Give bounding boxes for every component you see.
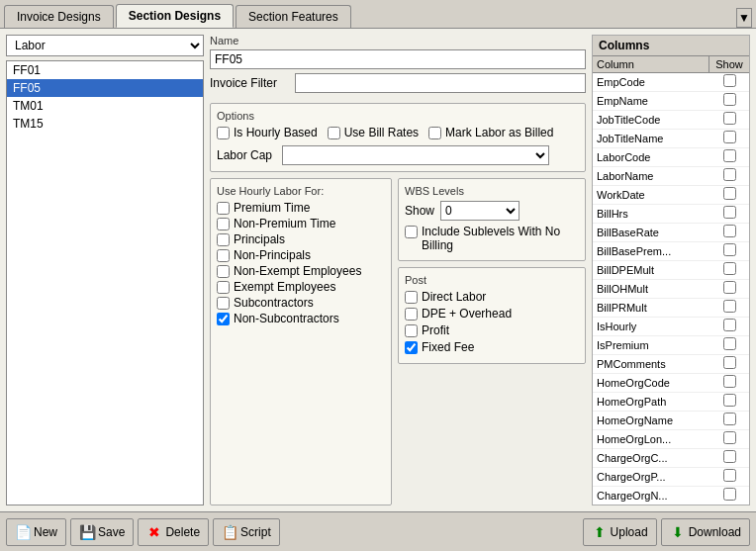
column-show-checkbox[interactable]: [723, 112, 736, 125]
post-item[interactable]: Direct Labor: [405, 290, 579, 304]
table-row: BillDPEMult: [593, 261, 749, 280]
column-show-cell: [709, 92, 749, 110]
list-item[interactable]: TM01: [7, 97, 203, 115]
labor-cap-select[interactable]: [282, 145, 549, 165]
column-show-cell: [709, 186, 749, 204]
post-checkbox[interactable]: [405, 341, 418, 354]
use-bill-rates-label[interactable]: Use Bill Rates: [328, 126, 419, 139]
column-show-checkbox[interactable]: [723, 131, 736, 143]
column-show-cell: [709, 412, 749, 429]
post-item[interactable]: DPE + Overhead: [405, 307, 579, 321]
hourly-labor-item[interactable]: Principals: [217, 232, 385, 246]
column-show-checkbox[interactable]: [723, 281, 736, 294]
hourly-labor-checkbox[interactable]: [217, 233, 230, 246]
column-name: BillBaseRate: [593, 225, 709, 240]
column-show-checkbox[interactable]: [723, 187, 736, 200]
hourly-labor-item[interactable]: Premium Time: [217, 201, 385, 215]
tab-arrow[interactable]: ▼: [736, 8, 752, 28]
post-item[interactable]: Profit: [405, 323, 579, 337]
column-name: PMComments: [593, 356, 709, 372]
table-row: LaborCode: [593, 148, 749, 167]
column-show-checkbox[interactable]: [723, 225, 736, 237]
column-show-cell: [709, 242, 749, 260]
column-show-checkbox[interactable]: [723, 394, 736, 407]
wbs-show-select[interactable]: 0 1 2 3: [440, 201, 520, 221]
save-button[interactable]: 💾 Save: [70, 518, 134, 546]
table-row: BillOHMult: [593, 280, 749, 299]
script-button[interactable]: 📋 Script: [213, 518, 280, 546]
list-item[interactable]: TM15: [7, 115, 203, 133]
table-row: JobTitleName: [593, 130, 749, 148]
column-name: IsHourly: [593, 319, 709, 334]
columns-header: Column Show: [593, 56, 749, 73]
hourly-labor-item[interactable]: Non-Subcontractors: [217, 312, 385, 325]
table-row: PMComments: [593, 355, 749, 374]
hourly-labor-checkbox[interactable]: [217, 218, 230, 230]
column-show-checkbox[interactable]: [723, 262, 736, 275]
labor-cap-row: Labor Cap: [217, 145, 579, 165]
column-show-checkbox[interactable]: [723, 431, 736, 444]
use-bill-rates-checkbox[interactable]: [328, 127, 340, 139]
tab-section-features[interactable]: Section Features: [236, 5, 351, 28]
invoice-filter-row: Invoice Filter: [210, 73, 586, 93]
new-icon: 📄: [15, 524, 31, 540]
column-show-checkbox[interactable]: [723, 356, 736, 369]
post-checkbox[interactable]: [405, 291, 418, 304]
column-show-cell: [709, 73, 749, 91]
column-show-checkbox[interactable]: [723, 375, 736, 388]
column-show-checkbox[interactable]: [723, 74, 736, 87]
invoice-filter-input[interactable]: [295, 73, 586, 93]
tab-section-designs[interactable]: Section Designs: [116, 4, 234, 28]
tab-bar: Invoice Designs Section Designs Section …: [0, 0, 756, 29]
hourly-labor-checkbox[interactable]: [217, 313, 230, 325]
post-checkbox[interactable]: [405, 308, 418, 321]
column-show-checkbox[interactable]: [723, 243, 736, 256]
column-show-checkbox[interactable]: [723, 469, 736, 482]
hourly-labor-item[interactable]: Non-Premium Time: [217, 217, 385, 230]
labor-dropdown[interactable]: Labor: [6, 35, 204, 56]
post-checkbox[interactable]: [405, 324, 418, 337]
is-hourly-based-checkbox[interactable]: [217, 127, 230, 139]
hourly-labor-item[interactable]: Subcontractors: [217, 296, 385, 310]
column-show-checkbox[interactable]: [723, 450, 736, 463]
column-name: EmpCode: [593, 74, 709, 90]
table-row: BillBasePrem...: [593, 242, 749, 261]
new-button[interactable]: 📄 New: [6, 518, 66, 546]
include-sublevels-checkbox[interactable]: [405, 226, 418, 238]
column-show-checkbox[interactable]: [723, 93, 736, 106]
hourly-labor-item[interactable]: Non-Exempt Employees: [217, 264, 385, 278]
column-show-cell: [709, 449, 749, 467]
download-button[interactable]: ⬇ Download: [661, 518, 750, 546]
hourly-labor-checkbox[interactable]: [217, 249, 230, 262]
column-name: LaborName: [593, 168, 709, 184]
hourly-labor-checkbox[interactable]: [217, 265, 230, 278]
column-show-checkbox[interactable]: [723, 300, 736, 313]
list-item[interactable]: FF01: [7, 61, 203, 79]
post-item[interactable]: Fixed Fee: [405, 340, 579, 354]
column-show-checkbox[interactable]: [723, 206, 736, 219]
name-input[interactable]: [210, 49, 586, 69]
include-sublevels-label[interactable]: Include Sublevels With No Billing: [405, 225, 579, 252]
column-show-checkbox[interactable]: [723, 149, 736, 162]
hourly-labor-checkbox[interactable]: [217, 297, 230, 310]
delete-button[interactable]: ✖ Delete: [138, 518, 209, 546]
upload-button[interactable]: ⬆ Upload: [583, 518, 657, 546]
column-show-checkbox[interactable]: [723, 319, 736, 331]
column-show-checkbox[interactable]: [723, 413, 736, 425]
column-show-checkbox[interactable]: [723, 168, 736, 181]
tab-invoice-designs[interactable]: Invoice Designs: [4, 5, 114, 28]
column-name: JobTitleName: [593, 131, 709, 146]
is-hourly-based-label[interactable]: Is Hourly Based: [217, 126, 318, 139]
column-show-cell: [709, 318, 749, 335]
hourly-labor-item[interactable]: Non-Principals: [217, 248, 385, 262]
list-item[interactable]: FF05: [7, 79, 203, 97]
column-show-checkbox[interactable]: [723, 488, 736, 501]
hourly-labor-checkbox[interactable]: [217, 281, 230, 294]
hourly-labor-checkbox[interactable]: [217, 202, 230, 215]
table-row: HomeOrgCode: [593, 374, 749, 393]
mark-labor-as-billed-label[interactable]: Mark Labor as Billed: [428, 126, 553, 139]
hourly-labor-item[interactable]: Exempt Employees: [217, 280, 385, 294]
table-row: ChargeOrgN...: [593, 487, 749, 505]
mark-labor-as-billed-checkbox[interactable]: [428, 127, 441, 139]
column-show-checkbox[interactable]: [723, 337, 736, 350]
